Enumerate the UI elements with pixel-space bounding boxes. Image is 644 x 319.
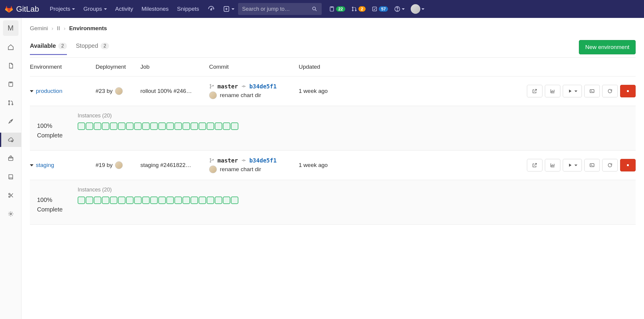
new-environment-button[interactable]: New environment bbox=[579, 40, 636, 54]
search-box[interactable] bbox=[238, 3, 322, 15]
help-menu[interactable] bbox=[394, 6, 405, 12]
deploy-button[interactable] bbox=[563, 159, 582, 171]
instance-box[interactable] bbox=[134, 197, 142, 204]
terminal-button[interactable] bbox=[584, 85, 600, 97]
sidebar-wiki[interactable] bbox=[0, 170, 22, 184]
env-name-cell[interactable]: staging bbox=[30, 162, 96, 168]
sidebar-issues[interactable] bbox=[0, 77, 22, 91]
redeploy-button[interactable] bbox=[602, 159, 618, 171]
instance-box[interactable] bbox=[166, 197, 174, 204]
instance-box[interactable] bbox=[86, 122, 93, 130]
instance-box[interactable] bbox=[158, 197, 166, 204]
monitoring-button[interactable] bbox=[545, 85, 560, 97]
instance-box[interactable] bbox=[199, 197, 206, 204]
avatar[interactable] bbox=[115, 161, 123, 169]
instance-box[interactable] bbox=[86, 197, 93, 204]
nav-projects[interactable]: Projects bbox=[50, 6, 75, 12]
sidebar-operations[interactable] bbox=[0, 133, 22, 147]
instance-box[interactable] bbox=[134, 122, 142, 130]
instance-box[interactable] bbox=[78, 197, 85, 204]
instance-box[interactable] bbox=[110, 197, 117, 204]
instance-box[interactable] bbox=[231, 122, 238, 130]
instance-box[interactable] bbox=[166, 122, 174, 130]
instance-box[interactable] bbox=[102, 122, 109, 130]
breadcrumb-link[interactable]: Gemini bbox=[30, 25, 48, 32]
sidebar-snippets[interactable] bbox=[0, 188, 22, 203]
instance-box[interactable] bbox=[110, 122, 117, 130]
avatar[interactable] bbox=[209, 165, 217, 173]
gauge-icon[interactable] bbox=[208, 5, 215, 13]
deploy-button[interactable] bbox=[563, 85, 582, 97]
instance-box[interactable] bbox=[78, 122, 85, 130]
env-name-link[interactable]: production bbox=[36, 88, 62, 94]
instance-box[interactable] bbox=[215, 197, 222, 204]
monitoring-button[interactable] bbox=[545, 159, 560, 171]
tab-stopped[interactable]: Stopped 2 bbox=[76, 42, 109, 55]
instance-box[interactable] bbox=[142, 122, 150, 130]
instance-box[interactable] bbox=[150, 197, 158, 204]
gitlab-logo[interactable]: GitLab bbox=[5, 4, 39, 14]
job-cell[interactable]: staging #2461822… bbox=[140, 162, 209, 168]
sidebar-packages[interactable] bbox=[0, 151, 22, 165]
sidebar-settings[interactable] bbox=[0, 207, 22, 221]
breadcrumb-link[interactable]: II bbox=[57, 25, 60, 32]
instance-box[interactable] bbox=[94, 122, 101, 130]
instance-box[interactable] bbox=[118, 197, 125, 204]
instance-box[interactable] bbox=[231, 197, 238, 204]
project-avatar[interactable]: M bbox=[3, 20, 19, 36]
commit-branch[interactable]: master bbox=[217, 157, 238, 164]
plus-menu[interactable] bbox=[223, 6, 234, 12]
instance-box[interactable] bbox=[191, 197, 198, 204]
stop-button[interactable] bbox=[620, 159, 636, 171]
user-menu[interactable] bbox=[411, 4, 424, 14]
instance-box[interactable] bbox=[174, 197, 182, 204]
instance-box[interactable] bbox=[183, 122, 190, 130]
instance-box[interactable] bbox=[199, 122, 206, 130]
instance-box[interactable] bbox=[223, 197, 230, 204]
commit-branch[interactable]: master bbox=[217, 83, 238, 90]
sidebar-mrs[interactable] bbox=[0, 96, 22, 110]
sidebar-home[interactable] bbox=[0, 40, 22, 54]
mr-counter[interactable]: 2 bbox=[351, 6, 366, 12]
instance-box[interactable] bbox=[223, 122, 230, 130]
nav-snippets[interactable]: Snippets bbox=[177, 6, 199, 12]
instance-box[interactable] bbox=[94, 197, 101, 204]
stop-button[interactable] bbox=[620, 85, 636, 97]
nav-activity[interactable]: Activity bbox=[115, 6, 133, 12]
sidebar-ci[interactable] bbox=[0, 114, 22, 128]
avatar[interactable] bbox=[115, 87, 123, 95]
terminal-button[interactable] bbox=[584, 159, 600, 171]
instance-box[interactable] bbox=[191, 122, 198, 130]
commit-message[interactable]: rename chart dir bbox=[220, 92, 261, 99]
instance-box[interactable] bbox=[102, 197, 109, 204]
commit-sha[interactable]: b34de5f1 bbox=[249, 157, 277, 164]
instance-box[interactable] bbox=[215, 122, 222, 130]
instance-box[interactable] bbox=[174, 122, 182, 130]
todos-counter[interactable]: 57 bbox=[372, 6, 388, 12]
avatar[interactable] bbox=[209, 91, 217, 99]
open-live-button[interactable] bbox=[527, 159, 542, 171]
instance-box[interactable] bbox=[150, 122, 158, 130]
instance-box[interactable] bbox=[207, 197, 214, 204]
redeploy-button[interactable] bbox=[602, 85, 618, 97]
nav-milestones[interactable]: Milestones bbox=[142, 6, 169, 12]
instance-box[interactable] bbox=[183, 197, 190, 204]
instance-box[interactable] bbox=[118, 122, 125, 130]
env-name-cell[interactable]: production bbox=[30, 88, 96, 94]
instance-box[interactable] bbox=[207, 122, 214, 130]
commit-sha[interactable]: b34de5f1 bbox=[249, 83, 277, 90]
job-cell[interactable]: rollout 100% #246… bbox=[140, 88, 209, 94]
content: Gemini › II › Environments Available 2 S… bbox=[22, 18, 644, 319]
instance-box[interactable] bbox=[126, 122, 134, 130]
sidebar-repo[interactable] bbox=[0, 59, 22, 73]
search-input[interactable] bbox=[242, 6, 312, 12]
instance-box[interactable] bbox=[126, 197, 134, 204]
commit-message[interactable]: rename chart dir bbox=[220, 166, 261, 173]
nav-groups[interactable]: Groups bbox=[83, 6, 107, 12]
env-name-link[interactable]: staging bbox=[36, 162, 54, 168]
open-live-button[interactable] bbox=[527, 85, 542, 97]
issues-counter[interactable]: 22 bbox=[329, 6, 346, 12]
tab-available[interactable]: Available 2 bbox=[30, 42, 67, 55]
instance-box[interactable] bbox=[142, 197, 150, 204]
instance-box[interactable] bbox=[158, 122, 166, 130]
